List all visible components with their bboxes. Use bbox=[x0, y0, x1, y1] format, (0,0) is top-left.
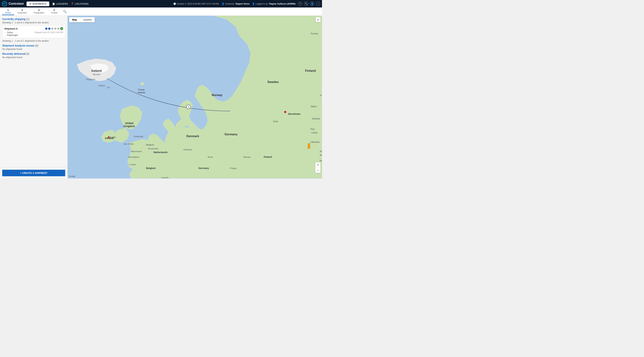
zoom-in-button[interactable]: + bbox=[315, 162, 320, 168]
currently-shipping-header: Currently shipping (1) bbox=[2, 18, 65, 21]
clock-icon: 🕐 bbox=[173, 3, 176, 5]
logout-icon[interactable]: → bbox=[316, 2, 320, 6]
shipments-icon: ⇄ bbox=[29, 3, 32, 5]
svg-text:Reykjavík: Reykjavík bbox=[86, 78, 95, 81]
shipment-card-header: Shipment A ✓ bbox=[4, 27, 63, 30]
svg-text:Denmark: Denmark bbox=[186, 135, 199, 138]
svg-text:United: United bbox=[125, 122, 133, 125]
svg-text:Akureyri: Akureyri bbox=[93, 73, 100, 76]
topbar-right: 🕐 October 4, 2022 8:39 AM GMT (UTC+00:00… bbox=[173, 2, 320, 6]
zoom-out-button[interactable]: − bbox=[315, 168, 320, 173]
topbar-left: Controlant ⇄ SHIPMENTS 📋 LOGGERS 📍 LOCAT… bbox=[2, 1, 88, 6]
svg-text:Netherlands: Netherlands bbox=[154, 151, 168, 154]
svg-text:Berlin: Berlin bbox=[208, 156, 213, 158]
svg-text:Stockholm: Stockholm bbox=[288, 113, 300, 115]
shipment-to: → Kópavogur bbox=[4, 34, 18, 37]
svg-text:Belgium: Belgium bbox=[146, 144, 154, 146]
secondary-nav: 1 Active 0 Inspection 0 Preparation 0 Cl… bbox=[0, 8, 322, 16]
svg-text:Finland: Finland bbox=[305, 69, 316, 72]
dot-3 bbox=[51, 28, 54, 30]
svg-text:Warsaw: Warsaw bbox=[243, 156, 250, 158]
loggers-nav-link[interactable]: 📋 LOGGERS bbox=[52, 3, 68, 5]
svg-text:Tromsø: Tromsø bbox=[310, 32, 318, 35]
no-shipments-delivered: No shipments found bbox=[2, 56, 65, 59]
shipment-date: Shipped Sep 23, 2022 8:38 PM bbox=[34, 31, 63, 34]
svg-text:Estonia: Estonia bbox=[312, 117, 320, 120]
create-shipment-button[interactable]: + CREATE A SHIPMENT bbox=[2, 170, 65, 176]
dot-4 bbox=[54, 28, 56, 30]
logo: Controlant bbox=[2, 1, 24, 6]
user-icon: 👤 bbox=[252, 3, 255, 5]
help-icon[interactable]: ? bbox=[298, 2, 302, 6]
profile-icon[interactable]: 👤 bbox=[310, 2, 314, 6]
search-tab[interactable]: 🔍 bbox=[61, 9, 69, 14]
sidebar-content: Currently shipping (1) Showing 1 - 1 out… bbox=[0, 16, 68, 167]
no-shipments-analysis: No shipments found bbox=[2, 48, 65, 51]
shipments-nav-button[interactable]: ⇄ SHIPMENTS bbox=[26, 2, 49, 6]
locations-nav-link[interactable]: 📍 LOCATIONS bbox=[71, 3, 88, 5]
dot-5 bbox=[57, 28, 60, 30]
svg-text:St Pe...: St Pe... bbox=[320, 94, 322, 97]
svg-point-48 bbox=[308, 143, 310, 145]
svg-text:Norway: Norway bbox=[212, 94, 222, 97]
topbar-icon-group: ? 🔧 👤 → bbox=[298, 2, 320, 6]
map-display: Iceland Akureyri Reykjavík Selfnes Vík F… bbox=[68, 16, 322, 179]
svg-text:Luxemb...: Luxemb... bbox=[161, 176, 170, 179]
svg-text:Edinburgh: Edinburgh bbox=[134, 135, 143, 138]
tab-closed[interactable]: 0 Closed bbox=[48, 8, 61, 15]
shipment-card[interactable]: Shipment A ✓ → Solna bbox=[2, 26, 65, 38]
main-layout: Currently shipping (1) Showing 1 - 1 out… bbox=[0, 16, 322, 179]
fullscreen-button[interactable]: ⤢ bbox=[316, 17, 320, 22]
svg-text:Amsterdam: Amsterdam bbox=[148, 147, 158, 150]
user-display: 👤 Logged in as: Ragnar Gylfason (ADMIN) bbox=[252, 3, 296, 5]
svg-text:Selfnes: Selfnes bbox=[98, 85, 105, 87]
svg-text:Sweden: Sweden bbox=[268, 80, 279, 84]
shipment-route-marker[interactable]: 1 bbox=[186, 105, 191, 109]
svg-text:Belarus: Belarus bbox=[320, 160, 322, 162]
map-tabs: Map Satellite bbox=[69, 17, 95, 22]
tab-preparation[interactable]: 0 Preparation bbox=[30, 8, 48, 15]
shipment-from: → Solna bbox=[4, 31, 18, 34]
svg-point-45 bbox=[284, 111, 286, 113]
customer-icon: 👤 bbox=[222, 3, 224, 5]
svg-text:Islands: Islands bbox=[138, 91, 145, 94]
tab-active[interactable]: 1 Active bbox=[2, 8, 14, 15]
settings-icon[interactable]: 🔧 bbox=[304, 2, 308, 6]
svg-text:Tallinn: Tallinn bbox=[310, 105, 317, 108]
search-icon: 🔍 bbox=[63, 10, 67, 13]
customer-display: 👤 Customer: Ragnar Demo bbox=[222, 3, 250, 5]
svg-text:Isle of Man: Isle of Man bbox=[124, 143, 134, 145]
analysis-issues-header: Shipment Analysis Issues (0) bbox=[2, 44, 65, 47]
dot-2 bbox=[48, 28, 50, 30]
svg-point-0 bbox=[2, 1, 7, 6]
tab-inspection[interactable]: 0 Inspection bbox=[14, 8, 30, 15]
locations-icon: 📍 bbox=[71, 3, 74, 5]
svg-text:Minsk: Minsk bbox=[320, 150, 322, 153]
map-zoom-controls: + − bbox=[315, 162, 320, 173]
dot-check: ✓ bbox=[60, 27, 63, 30]
svg-text:Germany: Germany bbox=[198, 167, 209, 170]
dot-1 bbox=[45, 28, 48, 30]
svg-text:Germany: Germany bbox=[224, 133, 238, 136]
logo-icon bbox=[2, 1, 7, 6]
svg-text:Birmingham: Birmingham bbox=[128, 156, 139, 158]
sidebar: Currently shipping (1) Showing 1 - 1 out… bbox=[0, 16, 68, 179]
svg-text:Lithuania: Lithuania bbox=[310, 141, 320, 143]
shipment-dots: ✓ bbox=[45, 27, 63, 30]
showing-text-2: Showing 1 - 1 out of 1 shipments in the … bbox=[2, 40, 65, 42]
topbar: Controlant ⇄ SHIPMENTS 📋 LOGGERS 📍 LOCAT… bbox=[0, 0, 322, 8]
svg-text:Faroe: Faroe bbox=[138, 88, 144, 91]
google-attribution: Google bbox=[69, 175, 75, 177]
svg-point-46 bbox=[108, 136, 110, 138]
svg-text:Poland: Poland bbox=[264, 156, 272, 158]
svg-text:Oslo: Oslo bbox=[273, 120, 278, 123]
create-btn-container: + CREATE A SHIPMENT bbox=[0, 167, 68, 179]
map-tab-map[interactable]: Map bbox=[69, 17, 80, 22]
iceland-label: Iceland bbox=[91, 69, 102, 72]
svg-rect-47 bbox=[308, 145, 310, 149]
svg-text:Kingdom: Kingdom bbox=[124, 125, 135, 128]
shipment-name: Shipment A bbox=[4, 27, 18, 30]
svg-text:Vík: Vík bbox=[107, 86, 110, 89]
map-tab-satellite[interactable]: Satellite bbox=[80, 17, 95, 22]
recently-delivered-header: Recently delivered (0) bbox=[2, 52, 65, 55]
